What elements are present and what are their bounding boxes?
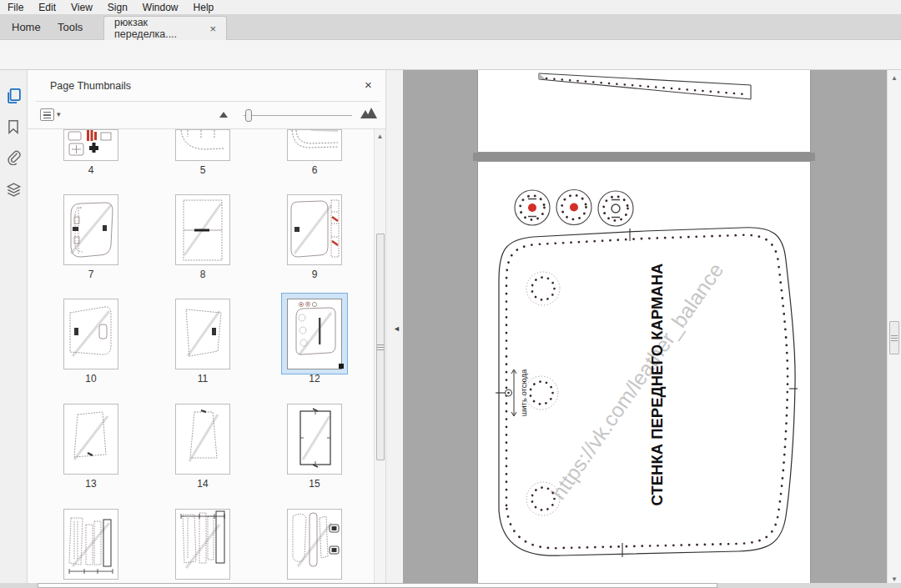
front-pocket-pattern: https://vk.com/leather_balance	[478, 162, 810, 588]
thumbnail-label: 13	[63, 478, 118, 490]
bookmark-icon	[6, 119, 21, 134]
sidebar-attachments-button[interactable]	[6, 149, 23, 166]
thumbnail-page-13[interactable]	[63, 404, 118, 475]
thumbnail-label: 9	[287, 269, 342, 280]
panel-divider	[36, 101, 380, 102]
tab-home-label: Home	[12, 21, 41, 33]
panel-title: Page Thumbnails	[50, 80, 131, 92]
document-view[interactable]: https://vk.com/leather_balance	[403, 70, 887, 588]
thumbnail-page-14[interactable]	[175, 404, 230, 475]
pdf-page-11	[477, 70, 811, 153]
paperclip-icon	[6, 149, 22, 165]
tab-home[interactable]: Home	[0, 14, 53, 40]
page-separator	[473, 153, 815, 161]
panel-close-button[interactable]: ×	[365, 78, 372, 92]
doc-scroll-up-icon[interactable]: ▲	[888, 74, 901, 82]
thumbnail-page-10[interactable]	[63, 299, 118, 369]
pattern-outline	[499, 228, 795, 555]
thumbnails-scrollbar-thumb[interactable]	[376, 234, 385, 460]
thumbnail-label: 10	[63, 373, 118, 384]
thumbnail-size-slider-track[interactable]	[244, 115, 352, 116]
grommet-circles	[515, 190, 633, 227]
panel-splitter[interactable]: ◄	[385, 70, 403, 588]
zoom-large-icon[interactable]	[360, 105, 378, 119]
document-scrollbar[interactable]: ▲ ▼	[887, 70, 901, 588]
thumbnail-label: 14	[175, 478, 230, 490]
sidebar-bookmarks-button[interactable]	[6, 119, 23, 136]
document-scrollbar-thumb[interactable]	[889, 321, 899, 354]
thumbnail-label: 5	[175, 164, 230, 176]
thumbnail-page-18[interactable]	[287, 509, 342, 580]
options-list-icon	[40, 108, 54, 121]
menu-window[interactable]: Window	[135, 2, 186, 13]
menu-help[interactable]: Help	[186, 2, 222, 13]
horizontal-scrollbar[interactable]	[0, 583, 901, 588]
pdf-page-12: https://vk.com/leather_balance	[477, 161, 811, 588]
thumbnail-page-17[interactable]	[175, 509, 230, 580]
menu-edit[interactable]: Edit	[31, 2, 63, 13]
thumbnail-label: 6	[287, 164, 342, 176]
navigation-sidebar	[0, 70, 28, 588]
thumbnails-scrollbar[interactable]: ▲ ▼	[374, 129, 385, 588]
page-thumbnails-panel: Page Thumbnails × ▾	[28, 70, 385, 588]
doc-scroll-down-icon[interactable]: ▼	[888, 575, 901, 583]
zoom-small-icon[interactable]	[219, 108, 232, 118]
options-caret-icon: ▾	[57, 110, 61, 118]
collapse-panel-icon[interactable]: ◄	[393, 324, 400, 333]
sidebar-thumbnails-button[interactable]	[6, 88, 23, 104]
tab-close-icon[interactable]: ×	[209, 23, 216, 35]
tab-bar: Home Tools рюкзак переделка.... ×	[0, 14, 901, 40]
page-view-indicator[interactable]	[339, 364, 344, 369]
thumbnail-page-6[interactable]	[287, 129, 342, 161]
page-11-pattern	[478, 70, 810, 152]
thumbnail-page-11[interactable]	[175, 299, 230, 369]
main-toolbar: 12 / 22 50% ▾	[0, 40, 901, 70]
thumbnail-page-9[interactable]	[287, 194, 342, 265]
sidebar-layers-button[interactable]	[6, 182, 23, 199]
tab-tools[interactable]: Tools	[46, 14, 94, 40]
acrobat-window: File Edit View Sign Window Help Home Too…	[0, 0, 901, 588]
thumbnail-page-5[interactable]	[175, 129, 230, 161]
thumbnail-label: 8	[175, 269, 230, 280]
stitch-holes	[506, 235, 788, 549]
thumbnail-label: 12	[287, 373, 342, 384]
piece-title-text: СТЕНКА ПЕРЕДНЕГО КАРМАНА	[648, 264, 666, 506]
thumbnail-page-15[interactable]	[287, 404, 342, 475]
thumbnail-label: 15	[287, 478, 342, 490]
tab-tools-label: Tools	[58, 21, 83, 33]
thumbnail-page-16[interactable]	[63, 509, 118, 580]
thumbnail-options-button[interactable]: ▾	[40, 107, 63, 122]
horizontal-scrollbar-thumb[interactable]	[38, 583, 717, 588]
thumbnail-label: 7	[63, 269, 118, 280]
watermark-text: https://vk.com/leather_balance	[546, 259, 727, 504]
menu-view[interactable]: View	[63, 2, 100, 13]
sew-note-group: шить отсюда	[506, 369, 529, 416]
menu-sign[interactable]: Sign	[100, 2, 135, 13]
thumbnail-page-4[interactable]	[63, 129, 118, 161]
thumbnail-size-slider-handle[interactable]	[245, 109, 252, 122]
menu-bar: File Edit View Sign Window Help	[0, 0, 901, 14]
tab-document[interactable]: рюкзак переделка.... ×	[103, 16, 227, 40]
thumbnail-page-8[interactable]	[175, 194, 230, 265]
tab-document-label: рюкзак переделка....	[114, 17, 201, 40]
thumbnail-page-7[interactable]	[63, 194, 118, 265]
thumbnail-label: 4	[63, 164, 118, 176]
thumbnail-page-12[interactable]	[287, 299, 342, 369]
sew-note-text: шить отсюда	[519, 369, 528, 416]
scroll-up-icon[interactable]: ▲	[375, 133, 385, 140]
layers-icon	[6, 182, 22, 198]
menu-file[interactable]: File	[0, 2, 31, 13]
thumbnail-label: 11	[175, 373, 230, 384]
page-thumbnails-icon	[6, 88, 23, 104]
